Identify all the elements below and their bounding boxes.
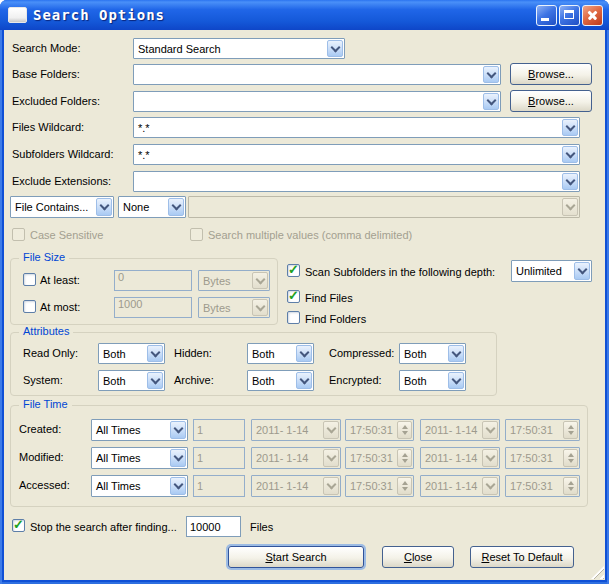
created-date2-select: 2011- 1-14 — [420, 419, 500, 441]
hidden-label: Hidden: — [174, 347, 212, 359]
compressed-label: Compressed: — [329, 347, 394, 359]
app-window-icon — [8, 7, 27, 23]
created-mode-select[interactable]: All Times — [91, 419, 188, 441]
contains-type-value: None — [119, 201, 167, 213]
spinner-arrows-icon — [563, 477, 578, 495]
at-most-unit-select: Bytes — [198, 297, 270, 318]
excluded-folders-combobox[interactable] — [133, 91, 501, 112]
modified-label: Modified: — [19, 451, 64, 463]
subfolders-wildcard-combobox[interactable]: *.* — [133, 144, 580, 165]
at-least-label: At least: — [40, 274, 80, 286]
dropdown-arrow-icon[interactable] — [562, 146, 578, 163]
dropdown-arrow-icon[interactable] — [147, 372, 163, 389]
at-least-unit-select: Bytes — [198, 270, 270, 291]
dropdown-arrow-icon[interactable] — [562, 119, 578, 136]
start-search-button[interactable]: Start Search — [228, 546, 364, 568]
modified-date1-select: 2011- 1-14 — [251, 447, 341, 469]
dropdown-arrow-icon[interactable] — [296, 372, 312, 389]
dialog-body: Search Mode: Standard Search Base Folder… — [4, 30, 605, 580]
dropdown-arrow-icon[interactable] — [483, 93, 499, 110]
exclude-extensions-combobox[interactable] — [133, 171, 580, 192]
file-size-group: File Size At least: 0 Bytes At most: 100… — [10, 258, 278, 325]
contains-type-select[interactable]: None — [118, 196, 186, 218]
base-folders-combobox[interactable] — [133, 64, 501, 85]
minimize-button[interactable] — [536, 5, 557, 26]
dropdown-arrow-icon[interactable] — [448, 345, 464, 362]
max-files-input[interactable] — [186, 516, 241, 537]
subfolder-depth-select[interactable]: Unlimited — [511, 260, 592, 282]
excluded-folders-label: Excluded Folders: — [12, 95, 100, 107]
spinner-arrows-icon — [397, 421, 412, 439]
case-sensitive-label: Case Sensitive — [30, 229, 103, 241]
file-size-caption: File Size — [19, 251, 69, 263]
archive-select[interactable]: Both — [247, 370, 314, 391]
maximize-button[interactable] — [559, 5, 580, 26]
titlebar[interactable]: Search Options — [0, 0, 609, 30]
reset-to-default-button[interactable]: Reset To Default — [470, 546, 574, 568]
modified-mode-select[interactable]: All Times — [91, 447, 188, 469]
at-least-value-field: 0 — [114, 270, 192, 291]
created-time2-spinner: 17:50:31 — [505, 419, 580, 441]
stop-search-checkbox[interactable] — [12, 519, 25, 532]
at-least-unit-value: Bytes — [199, 275, 251, 287]
find-folders-label: Find Folders — [305, 313, 366, 325]
spinner-arrows-icon — [563, 421, 578, 439]
scan-subfolders-label: Scan Subfolders in the following depth: — [305, 266, 495, 278]
spinner-arrows-icon — [563, 449, 578, 467]
created-count-field: 1 — [193, 419, 245, 441]
modified-count-field: 1 — [193, 447, 245, 469]
compressed-select[interactable]: Both — [399, 343, 466, 364]
contains-mode-select[interactable]: File Contains... — [10, 196, 114, 218]
dropdown-arrow-icon[interactable] — [327, 40, 343, 57]
resize-grip[interactable] — [591, 566, 604, 579]
dropdown-arrow-icon — [482, 477, 498, 495]
hidden-select[interactable]: Both — [247, 343, 314, 364]
subfolder-depth-value: Unlimited — [512, 265, 573, 277]
browse-excluded-folders-button[interactable]: Browse... — [510, 90, 592, 112]
dropdown-arrow-icon[interactable] — [96, 198, 112, 216]
at-most-checkbox[interactable] — [23, 300, 36, 313]
at-least-checkbox[interactable] — [23, 273, 36, 286]
dropdown-arrow-icon — [252, 272, 268, 289]
find-files-checkbox[interactable] — [287, 290, 300, 303]
file-time-group: File Time Created: All Times 1 2011- 1-1… — [10, 405, 588, 507]
stop-search-label: Stop the search after finding... — [30, 521, 177, 533]
dropdown-arrow-icon — [323, 421, 339, 439]
subfolders-wildcard-value: *.* — [134, 149, 561, 161]
search-mode-select[interactable]: Standard Search — [133, 38, 345, 59]
read-only-select[interactable]: Both — [98, 343, 165, 364]
scan-subfolders-checkbox[interactable] — [287, 264, 300, 277]
file-time-caption: File Time — [19, 398, 72, 410]
dropdown-arrow-icon — [323, 449, 339, 467]
dropdown-arrow-icon[interactable] — [562, 173, 578, 190]
spinner-arrows-icon — [397, 477, 412, 495]
encrypted-select[interactable]: Both — [399, 370, 466, 391]
read-only-label: Read Only: — [23, 347, 78, 359]
at-most-value-field: 1000 — [114, 297, 192, 318]
find-files-label: Find Files — [305, 292, 353, 304]
dropdown-arrow-icon[interactable] — [170, 421, 186, 439]
dropdown-arrow-icon[interactable] — [296, 345, 312, 362]
find-folders-checkbox[interactable] — [287, 311, 300, 324]
files-wildcard-label: Files Wildcard: — [12, 121, 84, 133]
close-button[interactable] — [582, 5, 603, 26]
contains-value-combobox — [188, 196, 580, 218]
accessed-mode-select[interactable]: All Times — [91, 475, 188, 497]
at-most-label: At most: — [40, 301, 80, 313]
close-dialog-button[interactable]: Close — [382, 546, 454, 568]
files-wildcard-combobox[interactable]: *.* — [133, 117, 580, 138]
dropdown-arrow-icon[interactable] — [574, 262, 590, 280]
system-label: System: — [23, 374, 63, 386]
files-wildcard-value: *.* — [134, 122, 561, 134]
dropdown-arrow-icon[interactable] — [147, 345, 163, 362]
dropdown-arrow-icon[interactable] — [448, 372, 464, 389]
maximize-icon — [564, 10, 574, 19]
dropdown-arrow-icon[interactable] — [168, 198, 184, 216]
created-time1-spinner: 17:50:31 — [345, 419, 414, 441]
dropdown-arrow-icon[interactable] — [170, 449, 186, 467]
accessed-date1-select: 2011- 1-14 — [251, 475, 341, 497]
browse-base-folders-button[interactable]: Browse... — [510, 63, 592, 85]
dropdown-arrow-icon[interactable] — [170, 477, 186, 495]
dropdown-arrow-icon[interactable] — [483, 66, 499, 83]
system-select[interactable]: Both — [98, 370, 165, 391]
